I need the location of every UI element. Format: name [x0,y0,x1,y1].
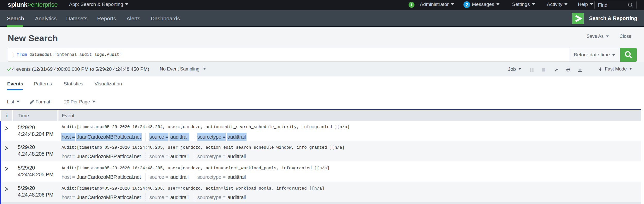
svg-text:2: 2 [465,2,468,7]
svg-text:i: i [411,3,412,7]
